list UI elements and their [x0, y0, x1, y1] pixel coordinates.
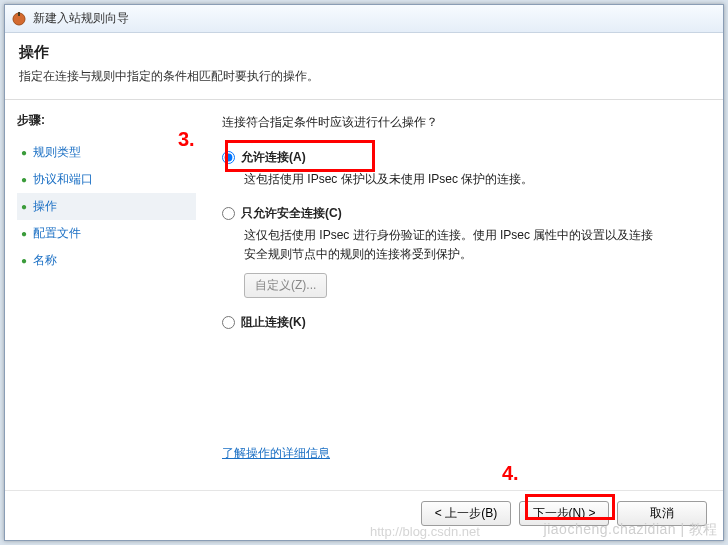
titlebar[interactable]: 新建入站规则向导 — [5, 5, 723, 33]
sidebar-item-protocol-port[interactable]: ● 协议和端口 — [17, 166, 196, 193]
option-secure: 只允许安全连接(C) 这仅包括使用 IPsec 进行身份验证的连接。使用 IPs… — [222, 205, 703, 297]
learn-more-link[interactable]: 了解操作的详细信息 — [222, 446, 330, 460]
main-panel: 连接符合指定条件时应该进行什么操作？ 允许连接(A) 这包括使用 IPsec 保… — [200, 100, 723, 490]
bullet-icon: ● — [21, 228, 27, 239]
button-row: < 上一步(B) 下一步(N) > 取消 — [5, 490, 723, 540]
sidebar-item-rule-type[interactable]: ● 规则类型 — [17, 139, 196, 166]
page-desc: 指定在连接与规则中指定的条件相匹配时要执行的操作。 — [19, 68, 709, 85]
sidebar-item-profile[interactable]: ● 配置文件 — [17, 220, 196, 247]
link-row: 了解操作的详细信息 — [222, 445, 703, 462]
steps-label: 步骤: — [17, 112, 196, 129]
option-secure-desc: 这仅包括使用 IPsec 进行身份验证的连接。使用 IPsec 属性中的设置以及… — [244, 226, 664, 264]
app-icon — [11, 11, 27, 27]
option-secure-row[interactable]: 只允许安全连接(C) — [222, 205, 703, 222]
bullet-icon: ● — [21, 201, 27, 212]
option-block-label: 阻止连接(K) — [241, 314, 306, 331]
option-allow-row[interactable]: 允许连接(A) — [222, 149, 703, 166]
bullet-icon: ● — [21, 255, 27, 266]
question-text: 连接符合指定条件时应该进行什么操作？ — [222, 114, 703, 131]
sidebar-item-action[interactable]: ● 操作 — [17, 193, 196, 220]
page-title: 操作 — [19, 43, 709, 62]
customize-button: 自定义(Z)... — [244, 273, 327, 298]
sidebar-item-label: 名称 — [33, 252, 57, 269]
option-allow-desc: 这包括使用 IPsec 保护以及未使用 IPsec 保护的连接。 — [244, 170, 664, 189]
bullet-icon: ● — [21, 147, 27, 158]
radio-allow[interactable] — [222, 151, 235, 164]
wizard-window: 新建入站规则向导 操作 指定在连接与规则中指定的条件相匹配时要执行的操作。 步骤… — [4, 4, 724, 541]
option-block-row[interactable]: 阻止连接(K) — [222, 314, 703, 331]
radio-block[interactable] — [222, 316, 235, 329]
sidebar-item-name[interactable]: ● 名称 — [17, 247, 196, 274]
back-button[interactable]: < 上一步(B) — [421, 501, 511, 526]
next-button[interactable]: 下一步(N) > — [519, 501, 609, 526]
wizard-body: 步骤: ● 规则类型 ● 协议和端口 ● 操作 ● 配置文件 — [5, 100, 723, 490]
wizard-header: 操作 指定在连接与规则中指定的条件相匹配时要执行的操作。 — [5, 33, 723, 100]
sidebar: 步骤: ● 规则类型 ● 协议和端口 ● 操作 ● 配置文件 — [5, 100, 200, 490]
window-title: 新建入站规则向导 — [33, 10, 129, 27]
content: 操作 指定在连接与规则中指定的条件相匹配时要执行的操作。 步骤: ● 规则类型 … — [5, 33, 723, 540]
sidebar-item-label: 规则类型 — [33, 144, 81, 161]
option-block: 阻止连接(K) — [222, 314, 703, 331]
sidebar-item-label: 配置文件 — [33, 225, 81, 242]
option-allow-label: 允许连接(A) — [241, 149, 306, 166]
svg-rect-1 — [18, 12, 20, 16]
cancel-button[interactable]: 取消 — [617, 501, 707, 526]
sidebar-item-label: 操作 — [33, 198, 57, 215]
radio-secure[interactable] — [222, 207, 235, 220]
sidebar-item-label: 协议和端口 — [33, 171, 93, 188]
bullet-icon: ● — [21, 174, 27, 185]
option-allow: 允许连接(A) 这包括使用 IPsec 保护以及未使用 IPsec 保护的连接。 — [222, 149, 703, 189]
option-secure-label: 只允许安全连接(C) — [241, 205, 342, 222]
